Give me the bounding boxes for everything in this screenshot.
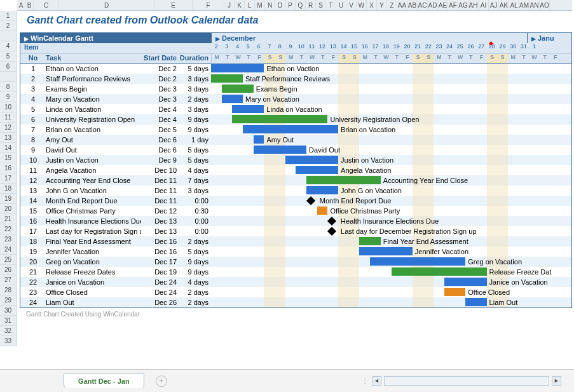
row-header[interactable]: 17 bbox=[0, 173, 16, 184]
row-header[interactable]: 8 bbox=[0, 82, 16, 92]
col-header[interactable]: Q bbox=[296, 0, 306, 10]
row-header[interactable]: 28 bbox=[0, 285, 16, 295]
col-header[interactable]: AI bbox=[479, 0, 489, 10]
row-header[interactable]: 20 bbox=[0, 204, 16, 214]
col-header[interactable]: C bbox=[34, 0, 59, 10]
col-header[interactable]: AF bbox=[448, 0, 458, 10]
gantt-bar[interactable]: Release Freeze Dat bbox=[392, 267, 552, 276]
scroll-right-icon[interactable]: ► bbox=[552, 376, 561, 386]
row-header[interactable]: 33 bbox=[0, 336, 16, 346]
sheet-tab[interactable]: Gantt Dec - Jan bbox=[64, 374, 144, 388]
col-header[interactable]: L bbox=[245, 0, 255, 10]
col-header[interactable]: AH bbox=[468, 0, 479, 10]
gantt-row[interactable]: 18Final Year End AssessmentDec 162 daysF… bbox=[20, 236, 571, 247]
gantt-bar[interactable]: Brian on Vacation bbox=[243, 125, 395, 133]
row-header[interactable]: 6 bbox=[0, 62, 16, 72]
gantt-row[interactable]: 3Exams BeginDec 33 daysExams Begin bbox=[20, 84, 571, 94]
col-header[interactable]: AN bbox=[530, 0, 540, 10]
row-header[interactable]: 25 bbox=[0, 255, 16, 265]
gantt-bar[interactable]: Office Christmas Party bbox=[317, 206, 400, 215]
col-header[interactable]: AO bbox=[540, 0, 550, 10]
row-header[interactable]: 18 bbox=[0, 184, 16, 194]
gantt-bar[interactable]: Janice on Vacation bbox=[444, 278, 548, 286]
gantt-row[interactable]: 17Last day for Registration Sign upDec 1… bbox=[20, 226, 571, 236]
row-header[interactable]: 23 bbox=[0, 234, 16, 245]
gantt-bar[interactable]: Staff Performance Reviews bbox=[211, 74, 330, 83]
gantt-row[interactable]: 24Liam OutDec 262 daysLiam Out bbox=[20, 297, 571, 308]
gantt-row[interactable]: 11Angela VacationDec 104 daysAngela Vaca… bbox=[20, 165, 571, 175]
row-header[interactable]: 27 bbox=[0, 275, 16, 285]
gantt-row[interactable]: 13John G on VacationDec 113 daysJohn G o… bbox=[20, 186, 571, 196]
col-header[interactable]: T bbox=[326, 0, 336, 10]
row-header[interactable]: 14 bbox=[0, 143, 16, 153]
col-header[interactable]: F bbox=[193, 0, 224, 10]
col-header[interactable]: W bbox=[357, 0, 367, 10]
gantt-row[interactable]: 5Linda on VacationDec 43 daysLinda on Va… bbox=[20, 104, 571, 114]
gantt-bar[interactable]: Accounting Year End Close bbox=[306, 176, 468, 184]
gantt-bar[interactable]: Angela Vacation bbox=[296, 166, 391, 174]
row-header[interactable]: 16 bbox=[0, 163, 16, 173]
row-header[interactable]: 32 bbox=[0, 326, 16, 336]
col-header[interactable]: O bbox=[275, 0, 285, 10]
col-header[interactable]: U bbox=[336, 0, 346, 10]
gantt-bar[interactable]: David Out bbox=[254, 145, 340, 154]
gantt-row[interactable]: 23Office ClosedDec 242 daysOffice Closed bbox=[20, 287, 571, 297]
gantt-bar[interactable]: Exams Begin bbox=[222, 84, 297, 93]
col-header[interactable]: M bbox=[255, 0, 265, 10]
gantt-row[interactable]: 16Health Insurance Elections DueDec 130:… bbox=[20, 216, 571, 226]
gantt-row[interactable]: 14Month End Report DueDec 110:00Month En… bbox=[20, 196, 571, 206]
gantt-bar[interactable]: Greg on Vacation bbox=[370, 257, 522, 266]
col-header[interactable]: B bbox=[25, 0, 34, 10]
col-header[interactable]: P bbox=[285, 0, 296, 10]
row-header[interactable]: 31 bbox=[0, 316, 16, 326]
col-header[interactable]: K bbox=[235, 0, 245, 10]
column-headers[interactable]: ABCDEFJKLMNOPQRSTUVWXYZAAABACADAEAFAGAHA… bbox=[17, 0, 572, 11]
row-header[interactable]: 12 bbox=[0, 123, 16, 133]
row-header[interactable]: 5 bbox=[0, 51, 16, 62]
gantt-bar[interactable]: Mary on Vacation bbox=[222, 95, 299, 103]
col-header[interactable]: N bbox=[265, 0, 275, 10]
gantt-row[interactable]: 20Greg on VacationDec 179 daysGreg on Va… bbox=[20, 257, 571, 267]
gantt-bar[interactable]: Amy Out bbox=[254, 135, 294, 144]
row-header[interactable]: 10 bbox=[0, 102, 16, 112]
col-header[interactable]: AB bbox=[407, 0, 418, 10]
col-header[interactable]: AC bbox=[418, 0, 428, 10]
gantt-bar[interactable]: Office Closed bbox=[444, 288, 510, 296]
horizontal-scrollbar[interactable]: ⋮ ◄ ► bbox=[362, 376, 561, 386]
row-header[interactable]: 11 bbox=[0, 112, 16, 123]
add-sheet-button[interactable]: + bbox=[156, 375, 167, 387]
gantt-row[interactable]: 1Ethan on VactionDec 25 daysEthan on Vac… bbox=[20, 64, 571, 74]
col-header[interactable]: X bbox=[367, 0, 377, 10]
gantt-row[interactable]: 12Accounting Year End CloseDec 117 daysA… bbox=[20, 175, 571, 186]
gantt-row[interactable]: 2Staff Performance ReviewsDec 23 daysSta… bbox=[20, 74, 571, 84]
gantt-row[interactable]: 8Amy OutDec 61 dayAmy Out bbox=[20, 135, 571, 145]
gantt-row[interactable]: 6University Registration OpenDec 49 days… bbox=[20, 114, 571, 125]
row-header[interactable]: 13 bbox=[0, 133, 16, 143]
col-header[interactable]: D bbox=[59, 0, 154, 10]
gantt-bar[interactable]: Jennifer Vacation bbox=[359, 247, 468, 255]
col-header[interactable]: AL bbox=[509, 0, 519, 10]
col-header[interactable]: E bbox=[154, 0, 193, 10]
col-header[interactable]: AG bbox=[458, 0, 468, 10]
gantt-bar[interactable]: Final Year End Assessment bbox=[359, 237, 468, 245]
col-header[interactable]: AD bbox=[428, 0, 438, 10]
gantt-row[interactable]: 9David OutDec 65 daysDavid Out bbox=[20, 145, 571, 155]
scroll-track[interactable] bbox=[384, 376, 549, 386]
col-header[interactable]: S bbox=[316, 0, 326, 10]
col-header[interactable]: A bbox=[17, 0, 25, 10]
gantt-row[interactable]: 10Justin on VactionDec 95 daysJustin on … bbox=[20, 155, 571, 165]
col-header[interactable]: R bbox=[306, 0, 316, 10]
gantt-row[interactable]: 19Jennifer VacationDec 165 daysJennifer … bbox=[20, 247, 571, 257]
row-header[interactable]: 4 bbox=[0, 41, 16, 51]
row-header[interactable]: 15 bbox=[0, 153, 16, 163]
gantt-row[interactable]: 4Mary on VacationDec 32 daysMary on Vaca… bbox=[20, 94, 571, 104]
gantt-bar[interactable]: Justin on Vaction bbox=[285, 156, 393, 164]
row-header[interactable]: 29 bbox=[0, 295, 16, 306]
col-header[interactable]: AJ bbox=[489, 0, 499, 10]
col-header[interactable]: AE bbox=[438, 0, 448, 10]
col-header[interactable]: J bbox=[224, 0, 235, 10]
gantt-bar[interactable]: Ethan on Vaction bbox=[211, 64, 319, 72]
col-header[interactable]: V bbox=[346, 0, 357, 10]
col-header[interactable]: AM bbox=[519, 0, 530, 10]
gantt-bar[interactable]: Liam Out bbox=[465, 298, 517, 306]
